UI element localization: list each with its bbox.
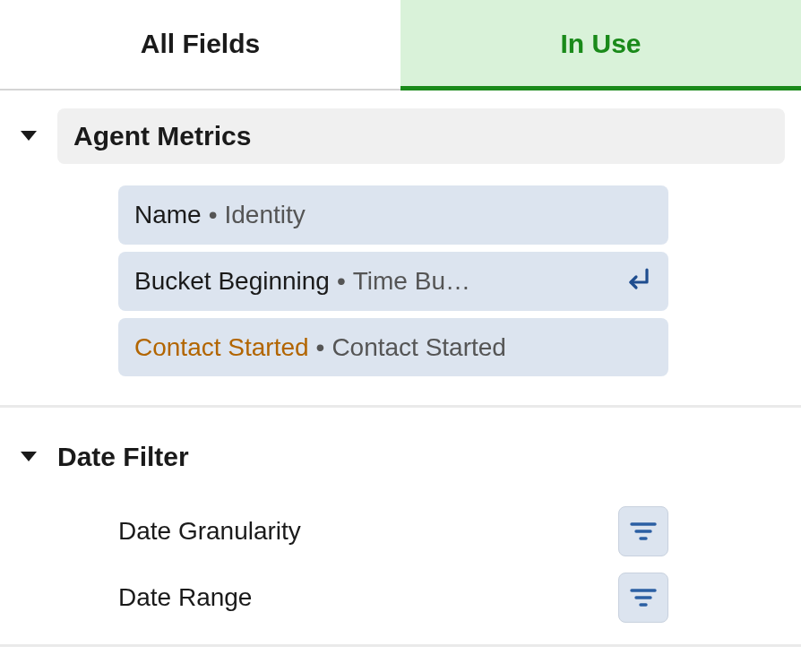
filter-icon	[630, 521, 657, 541]
agent-metrics-fields: Name • Identity Bucket Beginning • Time …	[118, 185, 668, 376]
return-icon	[624, 268, 652, 295]
tab-label: All Fields	[141, 29, 260, 58]
tab-label: In Use	[560, 29, 641, 58]
field-item[interactable]: Name • Identity	[118, 185, 668, 245]
filter-row-date-granularity: Date Granularity	[118, 506, 668, 556]
section-header-row[interactable]: Agent Metrics	[16, 108, 785, 164]
field-tabs: All Fields In Use	[0, 0, 801, 90]
bullet-separator: •	[337, 264, 346, 298]
chevron-down-icon	[16, 124, 41, 149]
field-secondary-label: Contact Started	[332, 331, 652, 365]
filter-icon	[630, 588, 657, 607]
filter-row-date-range: Date Range	[118, 573, 668, 623]
tab-all-fields[interactable]: All Fields	[0, 0, 400, 89]
chevron-down-icon	[16, 444, 41, 470]
filter-label: Date Granularity	[118, 517, 301, 546]
field-primary-label: Name	[134, 198, 202, 232]
section-divider	[0, 644, 801, 647]
filter-label: Date Range	[118, 583, 252, 612]
field-item[interactable]: Contact Started • Contact Started	[118, 318, 668, 377]
panel-content: Agent Metrics Name • Identity Bucket Beg…	[0, 90, 801, 647]
section-header-row[interactable]: Date Filter	[16, 429, 785, 485]
date-filter-items: Date Granularity Date Range	[118, 506, 668, 623]
section-divider	[0, 405, 801, 408]
field-primary-label: Contact Started	[134, 331, 309, 365]
filter-button[interactable]	[618, 506, 668, 556]
section-title: Agent Metrics	[57, 108, 785, 164]
field-secondary-label: Identity	[225, 198, 652, 232]
bullet-separator: •	[209, 198, 218, 232]
field-secondary-label: Time Bu…	[353, 264, 613, 298]
section-title: Date Filter	[57, 429, 785, 485]
section-agent-metrics: Agent Metrics Name • Identity Bucket Beg…	[16, 108, 785, 376]
bullet-separator: •	[316, 331, 325, 365]
field-primary-label: Bucket Beginning	[134, 264, 330, 298]
field-item[interactable]: Bucket Beginning • Time Bu…	[118, 252, 668, 311]
section-date-filter: Date Filter Date Granularity Date Range	[16, 429, 785, 647]
tab-in-use[interactable]: In Use	[400, 0, 801, 90]
filter-button[interactable]	[618, 573, 668, 623]
